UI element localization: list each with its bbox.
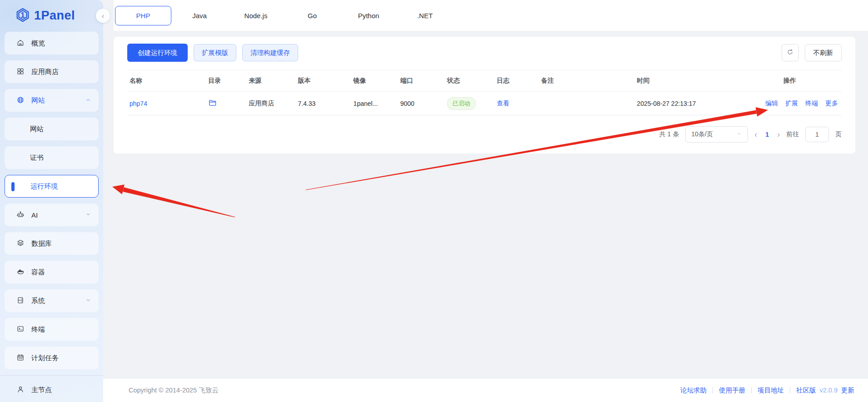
content: 创建运行环境 扩展模版 清理构建缓存 不刷新 名称 目录: [103, 31, 868, 378]
col-image: 镜像: [351, 70, 398, 92]
col-name: 名称: [127, 70, 206, 92]
folder-icon[interactable]: [208, 101, 217, 109]
create-runtime-button[interactable]: 创建运行环境: [127, 44, 188, 62]
robot-icon: [16, 210, 25, 220]
runtime-table: 名称 目录 来源 版本 镜像 端口 状态 日志 备注 时间 操作: [127, 70, 842, 115]
chevron-down-icon: [85, 297, 91, 305]
update-link[interactable]: 更新: [841, 386, 854, 395]
sidebar-group-ai[interactable]: AI: [5, 203, 99, 226]
goto-label: 前往: [786, 130, 799, 139]
sidebar-item-label: 证书: [30, 154, 44, 162]
col-time: 时间: [634, 70, 748, 92]
sidebar-collapse-button[interactable]: ‹: [96, 9, 110, 23]
runtime-source: 应用商店: [246, 92, 295, 115]
more-action-link[interactable]: 更多: [825, 99, 838, 108]
refresh-icon: [786, 48, 794, 57]
sidebar-item-label: 容器: [31, 268, 45, 277]
chevron-down-icon: [85, 211, 91, 219]
tab-go[interactable]: Go: [284, 6, 340, 25]
sidebar-item-terminal[interactable]: 终端: [5, 318, 99, 341]
table-header-row: 名称 目录 来源 版本 镜像 端口 状态 日志 备注 时间 操作: [127, 70, 842, 92]
footer-divider: [751, 387, 752, 393]
main-area: PHP Java Node.js Go Python .NET 创建运行环境 扩…: [103, 0, 868, 402]
manual-link[interactable]: 使用手册: [719, 386, 745, 395]
col-directory: 目录: [206, 70, 246, 92]
sidebar: 1 1Panel 概览 应用商店 网站 网站 证书 运行环境 AI 数据库 容器: [0, 0, 103, 402]
tab-nodejs[interactable]: Node.js: [228, 6, 284, 25]
chevron-down-icon: [736, 131, 742, 138]
extension-template-button[interactable]: 扩展模版: [194, 44, 236, 61]
sidebar-group-website[interactable]: 网站: [5, 89, 99, 112]
sidebar-item-label: 主节点: [31, 386, 52, 394]
edition-link[interactable]: 社区版: [796, 386, 816, 395]
project-repo-link[interactable]: 项目地址: [758, 386, 784, 395]
pagination: 共 1 条 10条/页 ‹ 1 › 前往 页: [127, 126, 842, 143]
svg-text:1: 1: [20, 10, 25, 19]
page-unit-label: 页: [835, 130, 842, 139]
tab-php[interactable]: PHP: [115, 6, 171, 25]
sidebar-item-label: 应用商店: [31, 68, 59, 76]
sidebar-item-label: 运行环境: [30, 182, 58, 191]
refresh-button[interactable]: [782, 44, 799, 61]
edit-action-link[interactable]: 编辑: [765, 99, 778, 108]
runtime-image: 1panel...: [351, 92, 398, 115]
sidebar-item-label: 概览: [31, 39, 45, 48]
col-remark: 备注: [539, 70, 634, 92]
sidebar-item-label: 系统: [31, 297, 45, 305]
terminal-action-link[interactable]: 终端: [805, 99, 818, 108]
clean-build-cache-button[interactable]: 清理构建缓存: [242, 44, 298, 61]
sidebar-divider: [0, 375, 103, 376]
footer-divider: [790, 387, 790, 393]
col-operations: 操作: [748, 70, 842, 92]
tab-dotnet[interactable]: .NET: [397, 6, 453, 25]
sidebar-item-master-node[interactable]: 主节点: [5, 378, 99, 401]
app-title: 1Panel: [34, 9, 75, 23]
sidebar-item-label: 数据库: [31, 239, 52, 248]
sidebar-item-appstore[interactable]: 应用商店: [5, 60, 99, 83]
forum-help-link[interactable]: 论坛求助: [680, 386, 707, 395]
tab-python[interactable]: Python: [340, 6, 397, 25]
runtime-remark: [539, 92, 634, 115]
sidebar-item-cronjob[interactable]: 计划任务: [5, 347, 99, 369]
sidebar-item-container[interactable]: 容器: [5, 261, 99, 283]
row-actions: 编辑 扩展 终端 更多: [751, 99, 838, 108]
sidebar-item-database[interactable]: 数据库: [5, 232, 99, 255]
user-icon: [16, 385, 25, 395]
runtime-port: 9000: [398, 92, 445, 115]
1panel-logo-icon: 1: [15, 8, 30, 24]
sidebar-item-label: AI: [31, 211, 38, 219]
pager: ‹ 1 ›: [754, 130, 780, 139]
sidebar-item-label: 网站: [31, 96, 45, 105]
globe-icon: [16, 96, 25, 105]
footer-links: 论坛求助 使用手册 项目地址 社区版 v2.0.9 更新: [680, 386, 854, 395]
sidebar-item-label: 计划任务: [31, 354, 59, 362]
prev-page-button[interactable]: ‹: [754, 130, 757, 139]
goto-page-input[interactable]: [805, 127, 829, 142]
tab-java[interactable]: Java: [171, 6, 228, 25]
sidebar-item-website[interactable]: 网站: [5, 118, 99, 140]
home-icon: [16, 39, 25, 48]
next-page-button[interactable]: ›: [777, 130, 780, 139]
page-number-1[interactable]: 1: [765, 131, 769, 138]
sidebar-item-overview[interactable]: 概览: [5, 32, 99, 55]
footer: Copyright © 2014-2025 飞致云 论坛求助 使用手册 项目地址…: [103, 378, 868, 402]
database-icon: [16, 239, 25, 248]
status-badge: 已启动: [447, 97, 476, 110]
extension-action-link[interactable]: 扩展: [785, 99, 798, 108]
active-indicator-bar: [11, 182, 15, 191]
col-port: 端口: [398, 70, 445, 92]
sidebar-item-certificate[interactable]: 证书: [5, 146, 99, 169]
runtime-name-link[interactable]: php74: [130, 100, 147, 107]
col-version: 版本: [295, 70, 351, 92]
table-row: php74 应用商店 7.4.33 1panel... 9000 已启动 查看 …: [127, 92, 842, 115]
no-refresh-button[interactable]: 不刷新: [805, 44, 842, 61]
logo: 1 1Panel: [0, 4, 103, 27]
page-size-select[interactable]: 10条/页: [685, 126, 748, 143]
sidebar-group-system[interactable]: 系统: [5, 289, 99, 312]
sidebar-item-label: 终端: [31, 325, 45, 334]
appstore-icon: [16, 67, 25, 77]
sidebar-item-runtime[interactable]: 运行环境: [5, 175, 99, 198]
toolbar: 创建运行环境 扩展模版 清理构建缓存 不刷新: [127, 44, 842, 62]
footer-divider: [713, 387, 713, 393]
view-log-link[interactable]: 查看: [497, 99, 509, 107]
